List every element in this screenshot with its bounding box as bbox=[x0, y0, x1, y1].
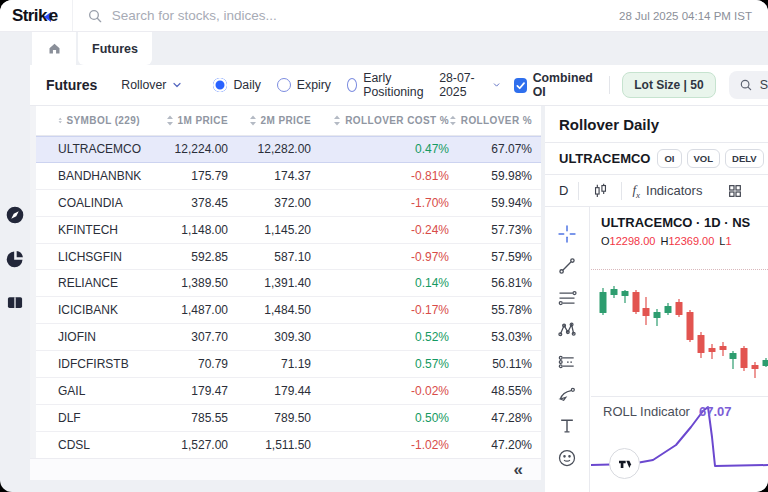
cell-cost: -0.24% bbox=[311, 223, 449, 237]
table-row-kfintech[interactable]: KFINTECH1,148.001,145.20-0.24%57.73% bbox=[30, 217, 541, 244]
metric-pill-oi[interactable]: OI bbox=[657, 149, 681, 168]
table-footer: « bbox=[30, 458, 541, 480]
table-search-text: S bbox=[760, 78, 768, 92]
table-row-cdsl[interactable]: CDSL1,527.001,511.50-1.02%47.20% bbox=[30, 432, 541, 459]
column-header-2m-price[interactable]: 2M PRICE bbox=[228, 115, 311, 126]
global-search-input[interactable]: Search for stocks, indices... bbox=[72, 0, 619, 31]
sort-icon bbox=[58, 115, 62, 126]
text-tool-icon[interactable] bbox=[556, 415, 578, 437]
search-icon bbox=[87, 8, 103, 24]
cell-m1: 592.85 bbox=[140, 250, 228, 264]
checkbox-checked-icon bbox=[514, 78, 526, 93]
selected-symbol-label: ULTRACEMCO bbox=[559, 151, 650, 166]
cell-m2: 1,145.20 bbox=[228, 223, 311, 237]
cell-rollover: 47.28% bbox=[449, 411, 532, 425]
sort-icon bbox=[449, 115, 457, 126]
emoji-tool-icon[interactable] bbox=[556, 447, 578, 469]
table-row-dlf[interactable]: DLF785.55789.500.50%47.28% bbox=[30, 405, 541, 432]
interval-button[interactable]: D bbox=[559, 183, 568, 198]
table-row-gail[interactable]: GAIL179.47179.44-0.02%48.55% bbox=[30, 378, 541, 405]
position-tool-icon[interactable] bbox=[556, 351, 578, 373]
tab-home[interactable] bbox=[32, 32, 76, 65]
cell-rollover: 56.81% bbox=[449, 276, 532, 290]
tradingview-logo[interactable] bbox=[609, 448, 640, 479]
trend-line-tool-icon[interactable] bbox=[556, 255, 578, 277]
divider bbox=[621, 182, 622, 200]
layout-grid-icon[interactable] bbox=[724, 180, 746, 202]
app-window: Strike Search for stocks, indices... 28 … bbox=[0, 0, 768, 492]
tab-futures-label: Futures bbox=[92, 42, 138, 56]
cell-symbol: RELIANCE bbox=[30, 276, 140, 290]
sort-icon bbox=[166, 115, 174, 126]
home-icon bbox=[47, 41, 62, 56]
toolbar-right-group: 28-07-2025 Combined OI Lot Size | 50 S bbox=[439, 71, 768, 99]
cell-symbol: BANDHANBNK bbox=[30, 169, 140, 183]
pie-chart-icon[interactable] bbox=[5, 249, 25, 269]
fib-retracement-tool-icon[interactable] bbox=[556, 287, 578, 309]
radio-early-positioning[interactable]: Early Positioning bbox=[347, 71, 427, 99]
column-header-rollover-cost-[interactable]: ROLLOVER COST % bbox=[311, 115, 449, 126]
radio-expiry[interactable]: Expiry bbox=[277, 78, 331, 92]
cell-cost: -0.97% bbox=[311, 250, 449, 264]
date-dropdown[interactable]: 28-07-2025 bbox=[439, 71, 501, 99]
combined-oi-checkbox[interactable]: Combined OI bbox=[514, 71, 595, 99]
brush-tool-icon[interactable] bbox=[556, 383, 578, 405]
app-logo[interactable]: Strike bbox=[0, 6, 72, 26]
radio-circle-icon bbox=[347, 78, 357, 92]
cell-rollover: 57.73% bbox=[449, 223, 532, 237]
cell-rollover: 47.20% bbox=[449, 438, 532, 452]
cell-symbol: IDFCFIRSTB bbox=[30, 357, 140, 371]
table-row-idfcfirstb[interactable]: IDFCFIRSTB70.7971.190.57%50.11% bbox=[30, 351, 541, 378]
cell-rollover: 67.07% bbox=[449, 142, 532, 156]
table-row-bandhanbnk[interactable]: BANDHANBNK175.79174.37-0.81%59.98% bbox=[30, 163, 541, 190]
cell-m1: 785.55 bbox=[140, 411, 228, 425]
cell-m1: 12,224.00 bbox=[140, 142, 228, 156]
xabcd-pattern-tool-icon[interactable] bbox=[556, 319, 578, 341]
futures-table-panel: SYMBOL (229)1M PRICE2M PRICEROLLOVER COS… bbox=[30, 106, 541, 480]
cell-cost: -0.02% bbox=[311, 384, 449, 398]
cell-symbol: ICICIBANK bbox=[30, 303, 140, 317]
cell-m2: 174.37 bbox=[228, 169, 311, 183]
divider bbox=[578, 182, 579, 200]
lot-size-button[interactable]: Lot Size | 50 bbox=[622, 72, 715, 98]
table-search-input[interactable]: S bbox=[729, 71, 768, 99]
radio-daily[interactable]: Daily bbox=[213, 78, 260, 92]
app-header: Strike Search for stocks, indices... 28 … bbox=[0, 0, 768, 32]
table-row-reliance[interactable]: RELIANCE1,389.501,391.400.14%56.81% bbox=[30, 270, 541, 297]
symbol-row: ULTRACEMCO OIVOLDELVBAS bbox=[545, 143, 768, 175]
table-row-icicibank[interactable]: ICICIBANK1,487.001,484.50-0.17%55.78% bbox=[30, 297, 541, 324]
roll-indicator-pane[interactable]: ROLL Indicator 67.07 bbox=[591, 396, 768, 492]
sort-icon bbox=[333, 115, 341, 126]
cell-m2: 789.50 bbox=[228, 411, 311, 425]
table-row-lichsgfin[interactable]: LICHSGFIN592.85587.10-0.97%57.59% bbox=[30, 244, 541, 271]
column-header-1m-price[interactable]: 1M PRICE bbox=[140, 115, 228, 126]
cell-m1: 70.79 bbox=[140, 357, 228, 371]
futures-toolbar: Futures Rollover DailyExpiryEarly Positi… bbox=[30, 65, 768, 106]
collapse-panel-icon[interactable]: « bbox=[514, 461, 523, 478]
column-header-rollover-[interactable]: ROLLOVER % bbox=[449, 115, 532, 126]
panel-title: Rollover Daily bbox=[545, 106, 768, 143]
cell-cost: 0.50% bbox=[311, 411, 449, 425]
book-icon[interactable] bbox=[5, 293, 25, 313]
radio-circle-icon bbox=[277, 78, 291, 92]
candlestick-chart[interactable]: ULTRACEMCO · 1D · NS O12298.00H12369.00L… bbox=[591, 207, 768, 395]
metric-pill-delv[interactable]: DELV bbox=[725, 149, 764, 168]
cell-symbol: GAIL bbox=[30, 384, 140, 398]
indicators-button[interactable]: fx Indicators bbox=[632, 182, 702, 200]
crosshair-tool-icon[interactable] bbox=[556, 223, 578, 245]
compass-icon[interactable] bbox=[5, 205, 25, 225]
cell-m1: 1,487.00 bbox=[140, 303, 228, 317]
column-header-symbol-229-[interactable]: SYMBOL (229) bbox=[30, 115, 140, 126]
sort-icon bbox=[249, 115, 257, 126]
table-row-jiofin[interactable]: JIOFIN307.70309.300.52%53.03% bbox=[30, 324, 541, 351]
metric-pill-vol[interactable]: VOL bbox=[687, 149, 721, 168]
candlestick-style-icon[interactable] bbox=[589, 180, 611, 202]
tab-futures[interactable]: Futures bbox=[78, 32, 152, 65]
cell-cost: 0.47% bbox=[311, 142, 449, 156]
table-row-ultracemco[interactable]: ULTRACEMCO12,224.0012,282.000.47%67.07% bbox=[30, 136, 541, 163]
cell-rollover: 57.59% bbox=[449, 250, 532, 264]
rollover-view-dropdown[interactable]: Rollover bbox=[121, 78, 183, 92]
table-row-coalindia[interactable]: COALINDIA378.45372.00-1.70%59.94% bbox=[30, 190, 541, 217]
cell-rollover: 55.78% bbox=[449, 303, 532, 317]
candles-layer bbox=[591, 207, 768, 395]
